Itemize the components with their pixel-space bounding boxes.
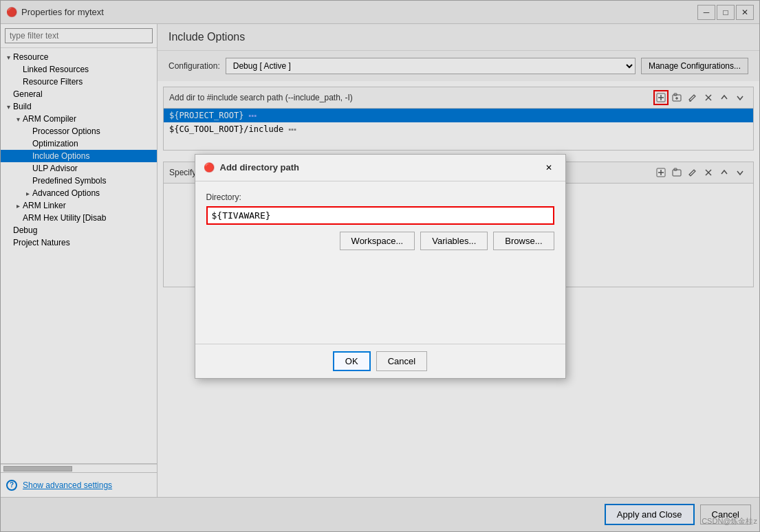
variables-button[interactable]: Variables... [420,232,488,250]
watermark: CSDN@炼金桂z [702,516,757,527]
dialog-spacer [195,261,565,344]
directory-input[interactable] [206,206,554,225]
dialog-title: Add directory path [220,162,535,173]
dialog-title-bar: 🔴 Add directory path ✕ [195,155,565,181]
dialog-close-button[interactable]: ✕ [541,160,557,175]
dialog-icon: 🔴 [204,162,215,173]
ok-button[interactable]: OK [333,351,371,371]
dialog-footer: OK Cancel [195,344,565,378]
directory-label: Directory: [206,192,554,202]
dialog-body: Directory: Workspace... Variables... Bro… [195,181,565,261]
workspace-button[interactable]: Workspace... [340,232,415,250]
dialog-cancel-button[interactable]: Cancel [376,351,427,371]
dialog-buttons-row: Workspace... Variables... Browse... [206,232,554,250]
browse-button[interactable]: Browse... [493,232,554,250]
dialog-overlay: 🔴 Add directory path ✕ Directory: Worksp… [0,0,760,532]
add-directory-dialog: 🔴 Add directory path ✕ Directory: Worksp… [195,154,566,379]
